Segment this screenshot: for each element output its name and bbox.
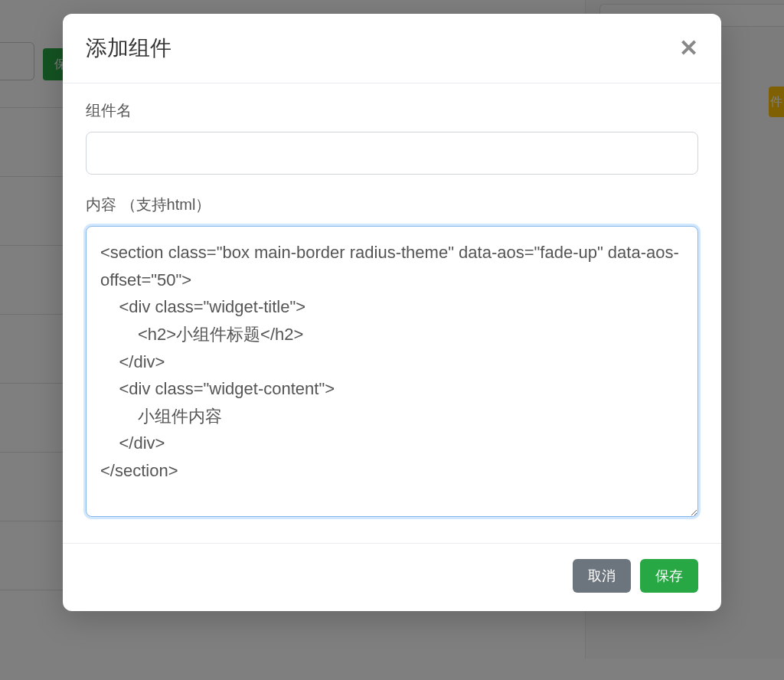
component-name-label: 组件名 xyxy=(86,100,698,121)
save-button[interactable]: 保存 xyxy=(640,559,698,593)
close-icon[interactable]: ✕ xyxy=(679,37,698,60)
add-component-modal: 添加组件 ✕ 组件名 内容 （支持html） 取消 保存 xyxy=(63,14,721,611)
modal-footer: 取消 保存 xyxy=(63,543,721,611)
modal-header: 添加组件 ✕ xyxy=(63,14,721,83)
content-group: 内容 （支持html） xyxy=(86,195,698,520)
cancel-button[interactable]: 取消 xyxy=(573,559,631,593)
content-label: 内容 （支持html） xyxy=(86,195,698,215)
modal-overlay[interactable]: 添加组件 ✕ 组件名 内容 （支持html） 取消 保存 xyxy=(0,0,784,680)
component-name-group: 组件名 xyxy=(86,100,698,175)
modal-title: 添加组件 xyxy=(86,34,172,63)
component-name-input[interactable] xyxy=(86,132,698,175)
content-textarea[interactable] xyxy=(86,226,698,517)
modal-body: 组件名 内容 （支持html） xyxy=(63,83,721,543)
